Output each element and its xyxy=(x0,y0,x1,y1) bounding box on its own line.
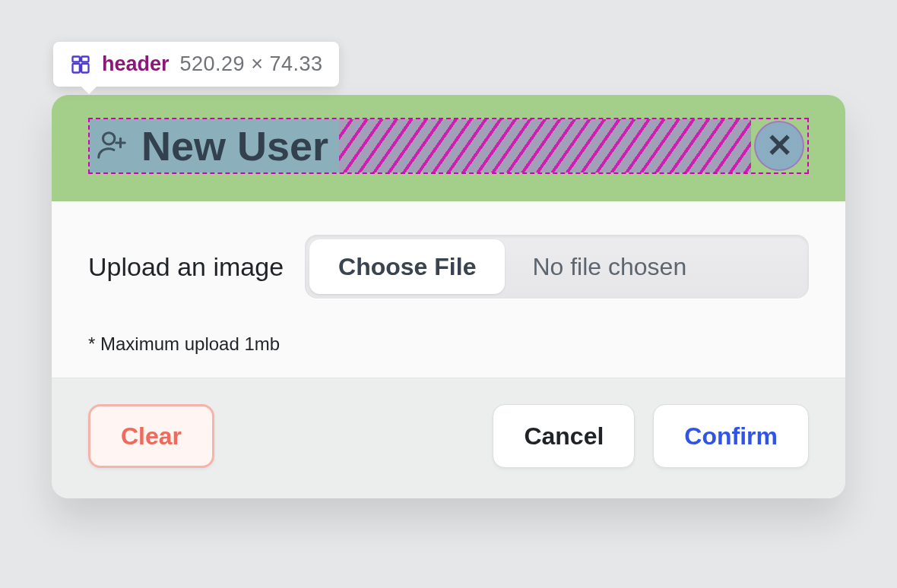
upload-hint: * Maximum upload 1mb xyxy=(88,334,809,355)
header-flex-spacer xyxy=(339,119,751,172)
upload-label: Upload an image xyxy=(88,252,284,282)
tooltip-element-name: header xyxy=(102,52,170,76)
file-status-text: No file chosen xyxy=(509,235,809,299)
dialog-header-highlight-region: New User ✕ xyxy=(52,95,845,201)
svg-rect-1 xyxy=(81,56,88,62)
svg-point-4 xyxy=(103,133,115,144)
svg-rect-3 xyxy=(81,63,88,72)
grid-layout-icon xyxy=(70,54,91,75)
choose-file-button[interactable]: Choose File xyxy=(309,239,505,294)
dialog-title-block: New User xyxy=(90,119,339,172)
dialog-footer: Clear Cancel Confirm xyxy=(52,378,845,498)
dialog-body: Upload an image Choose File No file chos… xyxy=(52,201,845,378)
cancel-button[interactable]: Cancel xyxy=(493,404,635,468)
add-user-icon xyxy=(94,127,129,165)
svg-rect-0 xyxy=(73,56,80,62)
close-icon: ✕ xyxy=(766,130,793,162)
upload-row: Upload an image Choose File No file chos… xyxy=(88,235,809,299)
close-button[interactable]: ✕ xyxy=(751,118,807,174)
tooltip-dimensions: 520.29 × 74.33 xyxy=(180,52,323,76)
devtools-element-tooltip: header 520.29 × 74.33 xyxy=(53,42,339,87)
clear-button[interactable]: Clear xyxy=(88,404,214,468)
dialog-title: New User xyxy=(141,122,328,169)
dialog-header: New User ✕ xyxy=(88,118,809,174)
confirm-button[interactable]: Confirm xyxy=(653,404,809,468)
file-input[interactable]: Choose File No file chosen xyxy=(305,235,809,299)
new-user-dialog: New User ✕ Upload an image Choose File N… xyxy=(52,95,845,498)
svg-rect-2 xyxy=(73,63,80,72)
